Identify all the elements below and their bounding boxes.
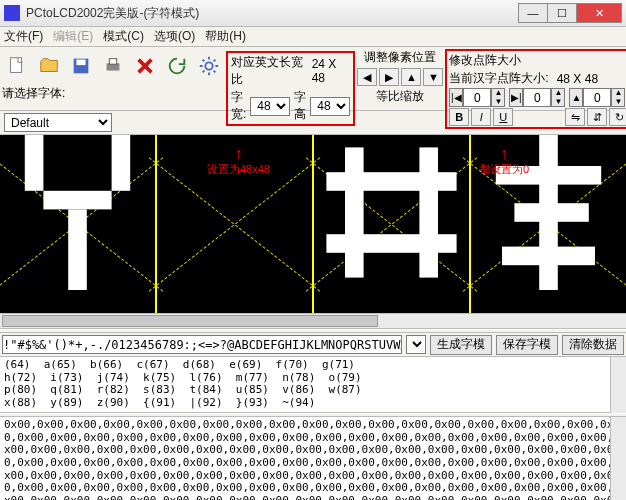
svg-rect-16 [514, 203, 545, 222]
char-size-group: 对应英文长宽比 24 X 48 字宽: 48 字高 48 [226, 51, 355, 126]
annotation-right: 都设置为0 [479, 163, 529, 175]
svg-rect-4 [109, 59, 116, 64]
matrix-cur-value: 48 X 48 [557, 72, 598, 86]
rotate-icon[interactable]: ↻ [609, 108, 626, 126]
flip-h-icon[interactable]: ⇋ [565, 108, 585, 126]
svg-rect-8 [43, 191, 111, 210]
char-width-label: 字宽: [231, 89, 246, 123]
menu-mode[interactable]: 模式(C) [103, 28, 144, 45]
menu-file[interactable]: 文件(F) [4, 28, 43, 45]
matrix-size-group: 修改点阵大小 当前汉字点阵大小: 48 X 48 |◀▲▼ ▶|▲▼ ▲▲▼ ▼… [445, 49, 626, 129]
delete-icon[interactable] [130, 51, 160, 81]
maximize-button[interactable]: ☐ [547, 3, 577, 23]
svg-rect-17 [552, 203, 589, 222]
menu-options[interactable]: 选项(O) [154, 28, 195, 45]
svg-rect-9 [68, 209, 87, 290]
close-button[interactable]: ✕ [576, 3, 622, 23]
char-input[interactable] [2, 335, 402, 354]
annotation-left: 设置为48x48 [207, 163, 270, 175]
hex-output[interactable]: 0x00,0x00,0x00,0x00,0x00,0x00,0x00,0x00,… [0, 417, 626, 500]
char-height-select[interactable]: 48 [310, 97, 350, 116]
clear-button[interactable]: 清除数据 [562, 335, 624, 355]
minimize-button[interactable]: — [518, 3, 548, 23]
charcode-list: (64) a(65) b(66) c(67) d(68) e(69) f(70)… [0, 357, 626, 413]
new-file-icon[interactable] [2, 51, 32, 81]
char-height-label: 字高 [294, 89, 306, 123]
shift-left-icon[interactable]: ◀ [357, 68, 377, 86]
codelist-scrollbar[interactable] [610, 357, 626, 413]
titlebar: PCtoLCD2002完美版-(字符模式) — ☐ ✕ [0, 0, 626, 27]
char-input-row: 生成字模 保存字模 清除数据 [0, 333, 626, 357]
svg-rect-12 [326, 172, 456, 191]
char-width-select[interactable]: 48 [250, 97, 290, 116]
app-icon [4, 5, 20, 21]
svg-rect-6 [25, 135, 44, 191]
svg-rect-10 [345, 147, 364, 277]
svg-rect-11 [419, 147, 438, 277]
bold-button[interactable]: B [449, 108, 469, 126]
font-family-select[interactable]: Default [4, 113, 112, 132]
print-icon[interactable] [98, 51, 128, 81]
refresh-icon[interactable] [162, 51, 192, 81]
eng-size-value: 24 X 48 [312, 57, 351, 85]
toolbar: 请选择字体: 对应英文长宽比 24 X 48 字宽: 48 字高 48 调整像素… [0, 47, 626, 111]
adjust-pixel-label: 调整像素位置 [364, 49, 436, 66]
flip-v-icon[interactable]: ⇵ [587, 108, 607, 126]
matrix-cur-label: 当前汉字点阵大小: [449, 70, 548, 87]
arrow-up-icon: ↑ [207, 145, 270, 163]
menubar: 文件(F) 编辑(E) 模式(C) 选项(O) 帮助(H) [0, 27, 626, 47]
matrix-title: 修改点阵大小 [449, 52, 626, 69]
window-title: PCtoLCD2002完美版-(字符模式) [26, 5, 519, 22]
shift-right-icon[interactable]: ▶ [379, 68, 399, 86]
save-font-button[interactable]: 保存字模 [496, 335, 558, 355]
svg-rect-2 [76, 60, 85, 66]
bitmap-canvas[interactable]: ↑设置为48x48 ↑都设置为0 [0, 135, 626, 313]
svg-rect-13 [326, 234, 456, 253]
menu-help[interactable]: 帮助(H) [205, 28, 246, 45]
eng-size-label: 对应英文长宽比 [231, 54, 310, 88]
svg-rect-7 [112, 135, 131, 191]
gear-icon[interactable] [194, 51, 224, 81]
svg-point-5 [205, 62, 212, 69]
spin-right[interactable]: ▶|▲▼ [509, 88, 565, 107]
spin-left[interactable]: |◀▲▼ [449, 88, 505, 107]
font-select-label: 请选择字体: [2, 85, 65, 102]
arrow-up-icon: ↑ [479, 145, 529, 163]
char-page-select[interactable] [406, 335, 426, 354]
spin-up[interactable]: ▲▲▼ [569, 88, 625, 107]
save-icon[interactable] [66, 51, 96, 81]
hex-scrollbar[interactable] [610, 417, 626, 500]
canvas-scrollbar[interactable] [0, 313, 626, 329]
open-file-icon[interactable] [34, 51, 64, 81]
shift-up-icon[interactable]: ▲ [401, 68, 421, 86]
svg-rect-0 [11, 58, 22, 73]
italic-button[interactable]: I [471, 108, 491, 126]
shift-down-icon[interactable]: ▼ [423, 68, 443, 86]
svg-rect-18 [502, 247, 595, 266]
prop-scale-label[interactable]: 等比缩放 [376, 88, 424, 105]
menu-edit: 编辑(E) [53, 28, 93, 45]
generate-button[interactable]: 生成字模 [430, 335, 492, 355]
underline-button[interactable]: U [493, 108, 513, 126]
